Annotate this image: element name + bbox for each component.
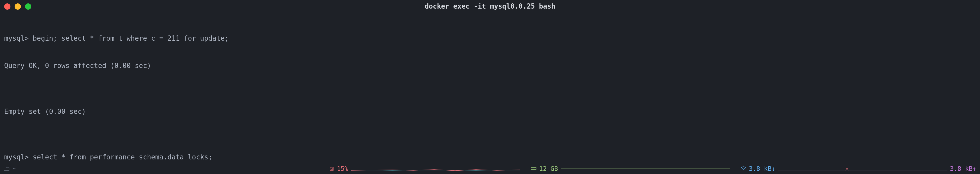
net-down: 3.8 kB↓ [749, 165, 775, 173]
terminal-line: mysql> begin; select * from t where c = … [4, 34, 976, 43]
ram-value: 12 GB [539, 165, 558, 173]
net-up: 3.8 kB↑ [950, 165, 976, 173]
terminal-line: mysql> select * from performance_schema.… [4, 153, 976, 162]
status-bar: ~ 15% 12 GB 3.8 kB↓ [0, 164, 980, 174]
terminal-line: Empty set (0.00 sec) [4, 107, 976, 116]
net-sparkline [778, 166, 947, 171]
minimize-icon[interactable] [14, 3, 21, 9]
cpu-icon [329, 166, 334, 171]
ram-icon [531, 167, 536, 171]
terminal-line: Query OK, 0 rows affected (0.00 sec) [4, 61, 976, 70]
status-cpu: 15% [329, 165, 520, 173]
status-ram: 12 GB [531, 165, 730, 173]
svg-rect-0 [330, 167, 333, 170]
svg-rect-1 [331, 168, 332, 169]
status-cwd: ~ [4, 165, 16, 173]
network-icon [741, 166, 746, 171]
close-icon[interactable] [4, 3, 10, 9]
svg-rect-2 [531, 168, 536, 169]
folder-icon [4, 166, 10, 171]
cpu-percent: 15% [337, 165, 348, 173]
status-net: 3.8 kB↓ 3.8 kB↑ [741, 165, 976, 173]
window-title: docker exec -it mysql8.0.25 bash [425, 2, 555, 11]
titlebar: docker exec -it mysql8.0.25 bash [0, 0, 980, 13]
cwd-text: ~ [13, 165, 16, 173]
window-controls [4, 3, 31, 9]
cpu-sparkline [351, 166, 520, 171]
zoom-icon[interactable] [25, 3, 31, 9]
terminal-output[interactable]: mysql> begin; select * from t where c = … [0, 13, 980, 174]
ram-sparkline [561, 166, 730, 171]
